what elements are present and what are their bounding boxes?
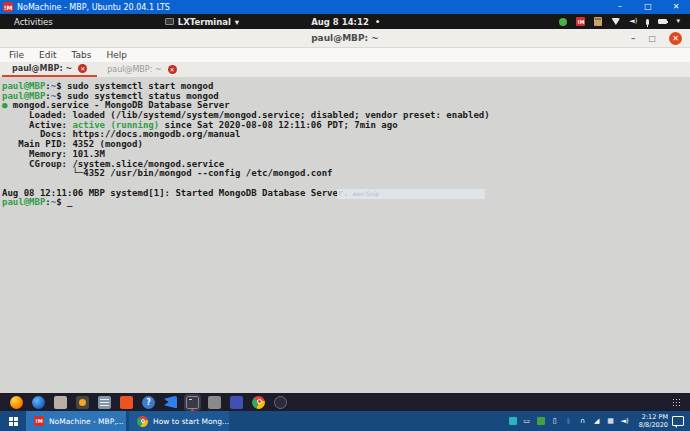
tab-label: paul@MBP: ~ [107, 65, 161, 74]
terminal-text: mongod.service - MongoDB Database Server [13, 100, 230, 110]
settings-icon[interactable] [76, 396, 89, 409]
bluetooth-icon[interactable]: ᛒ [565, 418, 573, 425]
battery-icon[interactable] [658, 19, 667, 24]
lxterminal-title: paul@MBP: ~ [311, 33, 379, 43]
maximize-button[interactable]: □ [648, 34, 656, 43]
lxterminal-menubar: File Edit Tabs Help [0, 48, 690, 62]
headset-icon[interactable]: ∩ [579, 418, 587, 425]
terminal-text: $ sudo systemctl status mongod [56, 91, 219, 101]
close-button[interactable]: ✕ [669, 32, 682, 45]
terminal-text: since Sat 2020-08-08 12:11:06 PDT; 7min … [159, 120, 397, 130]
window-title: NoMachine - MBP, Ubuntu 20.04.1 LTS [17, 3, 606, 12]
terminal-output[interactable]: paul@MBP:~$ sudo systemctl start mongodp… [0, 79, 690, 393]
battery-icon[interactable]: ▯ [551, 418, 559, 425]
terminal-text: Docs: https://docs.mongodb.org/manual [2, 129, 240, 139]
terminal-text: └─4352 /usr/bin/mongod --config /etc/mon… [2, 168, 333, 178]
terminal-tab-2[interactable]: paul@MBP: ~ ✕ [97, 62, 186, 77]
menu-tabs[interactable]: Tabs [72, 50, 92, 60]
taskbar-button-label: NoMachine - MBP,... [49, 417, 124, 426]
close-button[interactable]: ✕ [662, 0, 690, 14]
windows-logo-icon [9, 417, 18, 426]
taskbar-button-chrome[interactable]: How to start Mong... [129, 411, 229, 431]
panel-tray: !M ◄) ▾ [559, 17, 680, 26]
start-button[interactable] [0, 411, 26, 431]
show-applications-icon[interactable] [672, 398, 680, 406]
tab-close-icon[interactable]: ✕ [78, 64, 87, 73]
tab-close-icon[interactable]: ✕ [168, 65, 177, 74]
ubuntu-top-panel: Activities LXTerminal ▾ Aug 8 14:12 !M ◄… [0, 14, 690, 29]
terminal-tab-1[interactable]: paul@MBP: ~ ✕ [2, 62, 97, 77]
remmina-icon[interactable] [230, 396, 243, 409]
terminal-text: $ [56, 197, 67, 207]
terminal-text: paul@MBP [2, 81, 45, 91]
network-icon[interactable]: ◢ [593, 418, 601, 425]
chevron-down-icon[interactable]: ▾ [676, 18, 680, 25]
terminal-text: active (running) [72, 120, 159, 130]
display-icon[interactable]: ▭ [523, 418, 531, 425]
clock-label: Aug 8 14:12 [311, 17, 369, 27]
terminal-text: paul@MBP [2, 91, 45, 101]
text-editor-icon[interactable] [98, 396, 111, 409]
taskbar-button-nomachine[interactable]: !M NoMachine - MBP,... [26, 411, 126, 431]
thunderbird-icon[interactable] [32, 396, 45, 409]
terminal-line: └─4352 /usr/bin/mongod --config /etc/mon… [2, 169, 690, 179]
clock-time: 2:12 PM [639, 413, 668, 421]
terminal-text: ● [2, 100, 13, 110]
menu-edit[interactable]: Edit [39, 50, 56, 60]
windows-taskbar: !M NoMachine - MBP,... How to start Mong… [0, 411, 690, 431]
minimize-button[interactable]: – [631, 33, 636, 43]
menu-file[interactable]: File [9, 50, 24, 60]
ubuntu-software-icon[interactable] [120, 396, 133, 409]
terminal-text: Active: [2, 120, 72, 130]
taskbar-clock[interactable]: 2:12 PM 8/8/2020 [635, 413, 672, 429]
chevron-down-icon: ▾ [235, 17, 239, 27]
maximize-button[interactable]: □ [634, 0, 662, 14]
vscode-icon[interactable] [164, 396, 177, 409]
touch-keyboard-icon[interactable]: ▦ [607, 418, 615, 425]
nomachine-tray-icon[interactable]: !M [576, 17, 585, 26]
terminal-text: Loaded: loaded (/lib/systemd/system/mong… [2, 110, 490, 120]
taskbar-button-label: How to start Mong... [153, 417, 229, 426]
ubuntu-dock: ? [0, 393, 690, 411]
terminal-text: paul@MBP [2, 197, 45, 207]
minimize-button[interactable]: – [606, 0, 634, 14]
chrome-icon [137, 416, 148, 427]
action-center-icon[interactable] [672, 416, 684, 426]
snip-highlight: een Snip [337, 189, 485, 199]
nomachine-titlebar: !M NoMachine - MBP, Ubuntu 20.04.1 LTS –… [0, 0, 690, 14]
ime-icon[interactable] [509, 417, 517, 425]
help-icon[interactable]: ? [142, 396, 155, 409]
terminal-text: Memory: 101.3M [2, 149, 105, 159]
tweaks-icon[interactable] [274, 396, 287, 409]
terminal-line: Aug 08 12:11:06 MBP systemd[1]: Started … [2, 189, 690, 199]
wifi-icon[interactable] [611, 18, 620, 25]
lxterminal-menu-icon [165, 18, 174, 25]
files-icon[interactable] [54, 396, 67, 409]
volume-icon[interactable]: ◄) [621, 418, 629, 425]
terminal-text: CGroup: /system.slice/mongod.service [2, 159, 224, 169]
nomachine-icon: !M [34, 416, 44, 426]
terminal-text: _ [67, 197, 72, 207]
defender-shield-icon[interactable] [537, 417, 545, 425]
chrome-icon[interactable] [252, 396, 265, 409]
lxterminal-icon[interactable] [186, 396, 199, 409]
screenshot-icon[interactable] [208, 396, 221, 409]
clipboard-icon[interactable] [594, 17, 602, 26]
panel-clock[interactable]: Aug 8 14:12 [311, 17, 379, 27]
menu-help[interactable]: Help [106, 50, 127, 60]
clock-date: 8/8/2020 [639, 421, 668, 429]
tab-label: paul@MBP: ~ [12, 64, 72, 73]
terminal-text: $ sudo systemctl start mongod [56, 81, 213, 91]
status-shield-icon[interactable] [559, 18, 567, 26]
terminal-text: Main PID: 4352 (mongod) [2, 139, 143, 149]
app-menu[interactable]: LXTerminal ▾ [165, 17, 239, 27]
lxterminal-titlebar: paul@MBP: ~ – □ ✕ [0, 29, 690, 48]
nomachine-logo-icon: !M [3, 2, 13, 12]
activities-button[interactable]: Activities [0, 17, 67, 27]
microphone-icon[interactable] [646, 19, 649, 25]
notification-dot-icon [376, 20, 379, 23]
terminal-line: paul@MBP:~$ _ [2, 198, 690, 208]
app-menu-label: LXTerminal [178, 17, 231, 27]
firefox-icon[interactable] [10, 396, 23, 409]
volume-icon[interactable]: ◄) [629, 18, 637, 25]
